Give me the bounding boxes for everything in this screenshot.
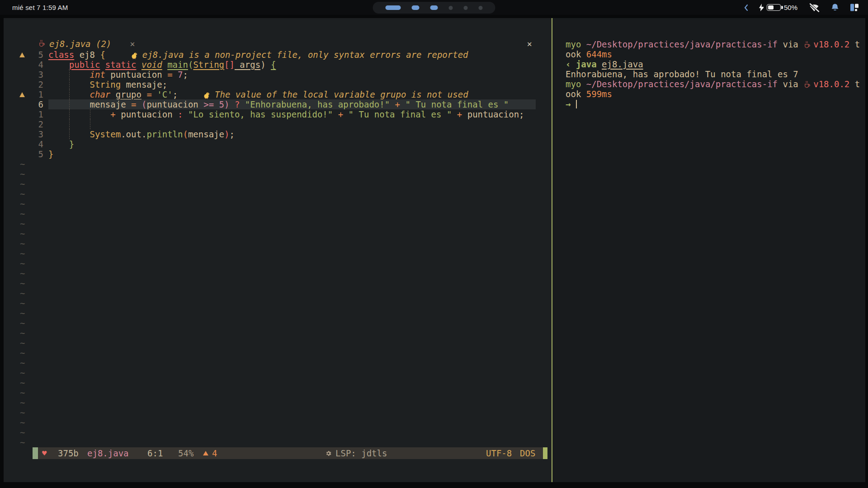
- neovim-editor[interactable]: ej8.java (2) × × 5class ej8 {ej8.java is…: [4, 18, 552, 482]
- file-size: 375b: [58, 448, 79, 458]
- notification-bell-icon[interactable]: [831, 3, 839, 12]
- code-token: public: [69, 60, 100, 70]
- code-area[interactable]: 5class ej8 {ej8.java is a non-project fi…: [18, 50, 536, 447]
- code-token: grupo: [116, 89, 142, 99]
- terminal[interactable]: myo ~/Desktop/practices/java/practicas-i…: [552, 18, 865, 482]
- indent-guide: [69, 89, 74, 99]
- code-token: mensaje: [188, 129, 224, 139]
- code-text: char grupo = 'C';The value of the local …: [48, 89, 536, 99]
- workspace-active[interactable]: [386, 5, 401, 10]
- code-token: +: [110, 109, 115, 119]
- tilde-marker: ~: [18, 159, 25, 169]
- code-line[interactable]: 3 int puntuacion = 7;: [18, 70, 536, 80]
- workspace-indicator[interactable]: [373, 2, 495, 14]
- widgets-grid-icon[interactable]: [850, 4, 859, 11]
- code-token: }: [48, 149, 53, 159]
- code-token: [230, 99, 235, 109]
- code-token: String: [193, 60, 224, 70]
- empty-line: ~: [18, 358, 536, 368]
- code-line[interactable]: 2 String mensaje;: [18, 80, 536, 89]
- workspace-empty[interactable]: [464, 6, 468, 10]
- tilde-marker: ~: [18, 378, 25, 388]
- code-token: [173, 70, 178, 80]
- lsp-status: LSP: jdtls: [326, 448, 387, 458]
- tilde-marker: ~: [18, 318, 25, 328]
- code-token: [343, 109, 348, 119]
- workspace-occupied[interactable]: [412, 5, 420, 10]
- code-token: [48, 129, 69, 139]
- tabline-close-icon[interactable]: ×: [527, 39, 532, 49]
- code-token: [400, 99, 405, 109]
- workspace-occupied[interactable]: [430, 5, 438, 10]
- tiled-windows: ej8.java (2) × × 5class ej8 {ej8.java is…: [4, 18, 865, 482]
- code-line[interactable]: 6 mensaje = (puntuacion >= 5) ? "Enhorab…: [18, 99, 536, 109]
- code-token: ej8: [74, 50, 100, 60]
- sign-column: [18, 109, 28, 119]
- code-text: [48, 119, 536, 129]
- sign-column: [18, 70, 28, 80]
- line-number: 4: [28, 139, 43, 149]
- code-token: void: [142, 60, 162, 70]
- terminal-cursor: [576, 100, 577, 108]
- tab-close-icon[interactable]: ×: [130, 39, 135, 49]
- warning-triangle-icon: [19, 52, 25, 57]
- heart-icon: ♥: [42, 449, 47, 458]
- tilde-marker: ~: [18, 278, 25, 288]
- code-token: "Enhorabuena, has aprobado!": [245, 99, 390, 109]
- empty-line: ~: [18, 219, 536, 229]
- code-line[interactable]: 4 }: [18, 139, 536, 149]
- terminal-line: ook 599ms: [566, 89, 865, 99]
- code-text: System.out.println(mensaje);: [48, 129, 536, 139]
- empty-line: ~: [18, 308, 536, 318]
- java-icon: [804, 41, 811, 48]
- wifi-off-icon[interactable]: [808, 3, 820, 12]
- code-token: ): [224, 129, 229, 139]
- diagnostic-message: ej8.java is a non-project file, only syn…: [142, 50, 468, 60]
- tilde-marker: ~: [18, 258, 25, 268]
- tab-ej8-java[interactable]: ej8.java (2) ×: [38, 39, 135, 49]
- code-line[interactable]: 1 char grupo = 'C';The value of the loca…: [18, 89, 536, 99]
- code-token: [142, 89, 146, 99]
- code-line[interactable]: 5class ej8 {ej8.java is a non-project fi…: [18, 50, 536, 60]
- code-text: int puntuacion = 7;: [48, 70, 536, 80]
- empty-line: ~: [18, 408, 536, 418]
- code-token: [48, 89, 69, 99]
- code-line[interactable]: 5}: [18, 149, 536, 159]
- code-token: ej8.java: [602, 59, 643, 69]
- chevron-left-icon[interactable]: [744, 4, 748, 11]
- code-token: [48, 139, 69, 149]
- code-token: " Tu nota final es ": [406, 99, 509, 109]
- sign-column: [18, 60, 28, 70]
- empty-line: ~: [18, 159, 536, 169]
- code-token: static: [105, 60, 137, 70]
- chick-icon: [131, 52, 138, 59]
- code-line[interactable]: 1 + puntuacion : "Lo siento, has suspend…: [18, 109, 536, 119]
- workspace-empty[interactable]: [479, 6, 483, 10]
- tilde-marker: ~: [18, 268, 25, 278]
- clock: mié set 7 1:59 AM: [12, 4, 68, 11]
- code-line[interactable]: 3 System.out.println(mensaje);: [18, 129, 536, 139]
- code-line[interactable]: 4 public static void main(String[] args)…: [18, 60, 536, 70]
- battery-icon: [767, 4, 781, 11]
- battery-indicator: 50%: [759, 4, 797, 11]
- menubar: mié set 7 1:59 AM 50%: [0, 0, 868, 15]
- tabline: ej8.java (2) × ×: [18, 38, 536, 50]
- code-line[interactable]: 2: [18, 119, 536, 129]
- code-token: System: [90, 129, 121, 139]
- line-number: 3: [28, 129, 43, 139]
- code-token: [100, 60, 105, 70]
- tilde-marker: ~: [18, 348, 25, 358]
- code-token: =: [131, 99, 136, 109]
- line-number: 6: [28, 99, 43, 109]
- code-token: =: [146, 89, 151, 99]
- empty-line: ~: [18, 348, 536, 358]
- workspace-empty[interactable]: [449, 6, 453, 10]
- empty-line: ~: [18, 278, 536, 288]
- empty-line: ~: [18, 229, 536, 239]
- code-token: ): [224, 99, 229, 109]
- code-token: (: [188, 60, 193, 70]
- code-token: [48, 99, 69, 109]
- indent-guide: [69, 80, 74, 89]
- code-token: [48, 60, 69, 70]
- code-token: [240, 99, 245, 109]
